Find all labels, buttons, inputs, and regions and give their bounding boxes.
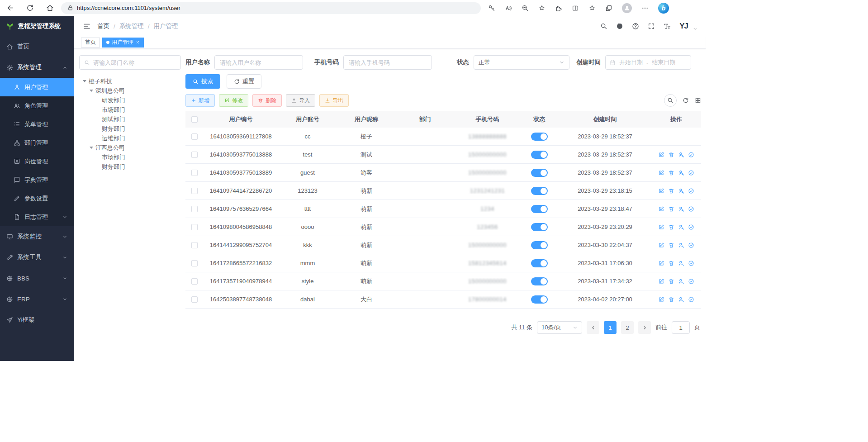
- sidebar-item-user-mgmt[interactable]: 用户管理: [0, 78, 74, 96]
- status-toggle[interactable]: [531, 187, 548, 195]
- row-checkbox[interactable]: [191, 133, 198, 140]
- tree-node-jiangxi[interactable]: 江西总公司: [79, 143, 181, 152]
- sidebar-item-dept-mgmt[interactable]: 部门管理: [0, 133, 74, 152]
- row-delete-icon[interactable]: [668, 296, 674, 303]
- row-reset-password-icon[interactable]: [678, 152, 684, 158]
- page-size-select[interactable]: 10条/页: [537, 321, 582, 334]
- sidebar-item-bbs[interactable]: BBS: [0, 268, 74, 289]
- row-reset-password-icon[interactable]: [678, 242, 684, 248]
- row-edit-icon[interactable]: [658, 296, 664, 303]
- github-icon[interactable]: [616, 23, 623, 30]
- refresh-table-icon[interactable]: [683, 97, 689, 104]
- reset-button[interactable]: 重置: [227, 74, 261, 89]
- row-reset-password-icon[interactable]: [678, 188, 684, 194]
- favorites-bar-icon[interactable]: [588, 5, 596, 12]
- row-checkbox[interactable]: [191, 260, 198, 266]
- tree-node-dept[interactable]: 测试部门: [79, 114, 181, 124]
- page-button-2[interactable]: 2: [621, 321, 634, 334]
- sidebar-item-log-mgmt[interactable]: 日志管理: [0, 208, 74, 226]
- row-edit-icon[interactable]: [658, 206, 664, 212]
- breadcrumb-system[interactable]: 系统管理: [119, 22, 144, 30]
- row-assign-role-icon[interactable]: [688, 278, 694, 285]
- sidebar-item-system-mgmt[interactable]: 系统管理: [0, 57, 74, 78]
- browser-back-icon[interactable]: [6, 4, 14, 12]
- next-page-button[interactable]: [638, 321, 651, 334]
- row-checkbox[interactable]: [191, 152, 198, 158]
- help-icon[interactable]: [632, 23, 639, 30]
- row-edit-icon[interactable]: [658, 170, 664, 176]
- row-checkbox[interactable]: [191, 224, 198, 230]
- row-assign-role-icon[interactable]: [688, 260, 694, 266]
- sidebar-item-erp[interactable]: ERP: [0, 289, 74, 309]
- row-delete-icon[interactable]: [668, 242, 674, 248]
- row-delete-icon[interactable]: [668, 278, 674, 285]
- phone-input[interactable]: [343, 55, 432, 70]
- sidebar-item-dict-mgmt[interactable]: 字典管理: [0, 171, 74, 189]
- row-delete-icon[interactable]: [668, 206, 674, 212]
- tree-node-dept[interactable]: 市场部门: [79, 105, 181, 114]
- sidebar-item-post-mgmt[interactable]: 岗位管理: [0, 152, 74, 171]
- row-delete-icon[interactable]: [668, 224, 674, 230]
- zoom-out-icon[interactable]: [522, 5, 529, 12]
- tree-node-root[interactable]: 橙子科技: [79, 76, 181, 86]
- row-checkbox[interactable]: [191, 188, 198, 194]
- password-key-icon[interactable]: [488, 5, 495, 12]
- row-checkbox[interactable]: [191, 296, 198, 303]
- bing-icon[interactable]: b: [658, 3, 669, 14]
- collections-icon[interactable]: [605, 5, 612, 12]
- prev-page-button[interactable]: [587, 321, 599, 334]
- split-screen-icon[interactable]: [572, 5, 579, 12]
- address-bar[interactable]: https://ccnetcore.com:1101/system/user: [61, 2, 481, 14]
- tab-close-icon[interactable]: [136, 40, 140, 44]
- sidebar-item-system-tools[interactable]: 系统工具: [0, 247, 74, 268]
- browser-more-icon[interactable]: [641, 5, 649, 12]
- import-button[interactable]: 导入: [286, 94, 315, 107]
- status-toggle[interactable]: [531, 295, 548, 304]
- column-settings-icon[interactable]: [695, 97, 701, 104]
- favorites-add-icon[interactable]: [538, 5, 545, 12]
- row-assign-role-icon[interactable]: [688, 242, 694, 248]
- browser-home-icon[interactable]: [46, 4, 54, 12]
- row-edit-icon[interactable]: [658, 224, 664, 230]
- row-assign-role-icon[interactable]: [688, 296, 694, 303]
- status-select[interactable]: 正常: [474, 55, 569, 70]
- row-delete-icon[interactable]: [668, 152, 674, 158]
- browser-reload-icon[interactable]: [26, 4, 34, 12]
- sidebar-item-home[interactable]: 首页: [0, 36, 74, 57]
- row-reset-password-icon[interactable]: [678, 260, 684, 266]
- edit-button[interactable]: 修改: [219, 94, 248, 107]
- row-checkbox[interactable]: [191, 170, 198, 176]
- tree-node-dept[interactable]: 财务部门: [79, 124, 181, 133]
- sidebar-item-param-settings[interactable]: 参数设置: [0, 189, 74, 208]
- user-avatar-logo[interactable]: YJ: [679, 22, 688, 31]
- row-checkbox[interactable]: [191, 242, 198, 248]
- row-reset-password-icon[interactable]: [678, 170, 684, 176]
- caret-down-icon[interactable]: [83, 80, 86, 82]
- row-assign-role-icon[interactable]: [688, 188, 694, 194]
- row-assign-role-icon[interactable]: [688, 152, 694, 158]
- show-search-toggle-button[interactable]: [664, 94, 677, 107]
- status-toggle[interactable]: [531, 241, 548, 249]
- row-reset-password-icon[interactable]: [678, 296, 684, 303]
- row-reset-password-icon[interactable]: [678, 278, 684, 285]
- sidebar-item-yi-framework[interactable]: Yi框架: [0, 309, 74, 330]
- goto-page-input[interactable]: [672, 321, 690, 334]
- app-logo[interactable]: 意框架管理系统: [0, 16, 74, 36]
- sidebar-item-system-monitor[interactable]: 系统监控: [0, 226, 74, 247]
- fullscreen-icon[interactable]: [648, 23, 655, 30]
- tree-node-dept[interactable]: 市场部门: [79, 152, 181, 162]
- read-aloud-icon[interactable]: [505, 5, 512, 12]
- breadcrumb-user[interactable]: 用户管理: [154, 22, 178, 30]
- row-assign-role-icon[interactable]: [688, 224, 694, 230]
- row-reset-password-icon[interactable]: [678, 206, 684, 212]
- add-button[interactable]: 新增: [185, 94, 215, 107]
- font-size-icon[interactable]: [664, 23, 671, 30]
- tree-node-dept[interactable]: 研发部门: [79, 95, 181, 105]
- dept-search-input[interactable]: [93, 59, 176, 66]
- status-toggle[interactable]: [531, 151, 548, 159]
- caret-down-icon[interactable]: [90, 90, 93, 92]
- status-toggle[interactable]: [531, 169, 548, 177]
- status-toggle[interactable]: [531, 277, 548, 285]
- status-toggle[interactable]: [531, 223, 548, 231]
- breadcrumb-home[interactable]: 首页: [97, 22, 109, 30]
